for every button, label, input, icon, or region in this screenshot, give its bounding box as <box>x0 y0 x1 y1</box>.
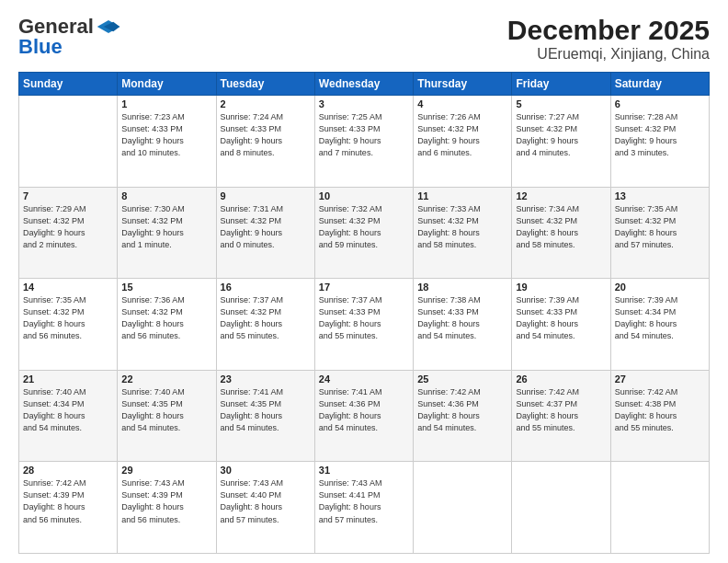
cell-content: Sunset: 4:32 PM <box>23 306 113 318</box>
cell-content: Sunset: 4:36 PM <box>319 398 409 410</box>
cell-content: Sunset: 4:39 PM <box>23 489 113 501</box>
calendar-week-1: 1Sunrise: 7:23 AMSunset: 4:33 PMDaylight… <box>19 96 710 188</box>
cell-content: Sunset: 4:33 PM <box>319 123 409 135</box>
cell-content: Sunset: 4:34 PM <box>23 398 113 410</box>
cell-content: Sunrise: 7:31 AM <box>221 203 311 215</box>
cell-content: and 59 minutes. <box>319 239 409 251</box>
logo: General Blue <box>18 15 121 59</box>
day-number: 3 <box>319 98 409 109</box>
col-friday: Friday <box>512 73 610 96</box>
cell-content: Daylight: 8 hours <box>221 410 311 422</box>
cell-content: and 7 minutes. <box>319 147 409 159</box>
day-number: 12 <box>516 190 606 201</box>
logo-blue: Blue <box>18 35 63 59</box>
calendar-cell: 23Sunrise: 7:41 AMSunset: 4:35 PMDayligh… <box>216 370 314 462</box>
cell-content: Daylight: 8 hours <box>417 410 507 422</box>
cell-content: Sunset: 4:35 PM <box>221 398 311 410</box>
cell-content: Sunset: 4:32 PM <box>23 215 113 227</box>
cell-content: Sunrise: 7:38 AM <box>417 294 507 306</box>
day-number: 25 <box>417 373 507 385</box>
cell-content: and 58 minutes. <box>417 239 507 251</box>
cell-content: Sunset: 4:37 PM <box>516 398 606 410</box>
cell-content: and 54 minutes. <box>516 330 606 342</box>
cell-content: and 57 minutes. <box>319 514 409 526</box>
cell-content: and 56 minutes. <box>23 330 113 342</box>
day-number: 9 <box>221 190 311 201</box>
cell-content: Daylight: 8 hours <box>121 501 211 513</box>
calendar-cell: 6Sunrise: 7:28 AMSunset: 4:32 PMDaylight… <box>610 96 709 188</box>
calendar-cell: 17Sunrise: 7:37 AMSunset: 4:33 PMDayligh… <box>314 279 413 371</box>
cell-content: and 54 minutes. <box>121 422 211 434</box>
day-number: 23 <box>221 373 311 385</box>
cell-content: Daylight: 8 hours <box>319 227 409 239</box>
cell-content: Sunrise: 7:41 AM <box>319 386 409 398</box>
col-sunday: Sunday <box>19 73 118 96</box>
calendar-cell: 15Sunrise: 7:36 AMSunset: 4:32 PMDayligh… <box>118 279 216 371</box>
cell-content: Daylight: 8 hours <box>319 501 409 513</box>
calendar-cell: 2Sunrise: 7:24 AMSunset: 4:33 PMDaylight… <box>216 96 314 188</box>
cell-content: and 4 minutes. <box>516 147 606 159</box>
cell-content: Sunset: 4:32 PM <box>121 215 211 227</box>
cell-content: Sunset: 4:33 PM <box>221 123 311 135</box>
cell-content: Sunset: 4:36 PM <box>417 398 507 410</box>
col-tuesday: Tuesday <box>216 73 314 96</box>
cell-content: Sunrise: 7:37 AM <box>221 294 311 306</box>
day-number: 27 <box>615 373 705 385</box>
cell-content: Sunset: 4:35 PM <box>121 398 211 410</box>
cell-content: and 55 minutes. <box>319 330 409 342</box>
calendar-cell: 3Sunrise: 7:25 AMSunset: 4:33 PMDaylight… <box>314 96 413 188</box>
cell-content: and 1 minute. <box>121 239 211 251</box>
cell-content: Daylight: 9 hours <box>121 227 211 239</box>
cell-content: Sunrise: 7:30 AM <box>121 203 211 215</box>
calendar-cell: 20Sunrise: 7:39 AMSunset: 4:34 PMDayligh… <box>610 279 709 371</box>
calendar-cell: 28Sunrise: 7:42 AMSunset: 4:39 PMDayligh… <box>19 462 118 554</box>
cell-content: Daylight: 9 hours <box>319 135 409 147</box>
calendar-header-row: Sunday Monday Tuesday Wednesday Thursday… <box>19 73 710 96</box>
cell-content: Daylight: 8 hours <box>615 227 705 239</box>
day-number: 30 <box>221 465 311 476</box>
cell-content: and 0 minutes. <box>221 239 311 251</box>
cell-content: Daylight: 8 hours <box>319 410 409 422</box>
calendar-cell: 8Sunrise: 7:30 AMSunset: 4:32 PMDaylight… <box>118 187 216 279</box>
cell-content: Daylight: 8 hours <box>121 318 211 330</box>
cell-content: Sunset: 4:40 PM <box>221 489 311 501</box>
cell-content: and 54 minutes. <box>417 422 507 434</box>
calendar-cell: 26Sunrise: 7:42 AMSunset: 4:37 PMDayligh… <box>512 370 610 462</box>
calendar-cell: 19Sunrise: 7:39 AMSunset: 4:33 PMDayligh… <box>512 279 610 371</box>
cell-content: and 56 minutes. <box>121 514 211 526</box>
logo-icon <box>96 20 121 33</box>
col-thursday: Thursday <box>414 73 512 96</box>
cell-content: Sunset: 4:32 PM <box>221 306 311 318</box>
calendar-cell: 25Sunrise: 7:42 AMSunset: 4:36 PMDayligh… <box>414 370 512 462</box>
calendar-cell: 7Sunrise: 7:29 AMSunset: 4:32 PMDaylight… <box>19 187 118 279</box>
cell-content: Daylight: 8 hours <box>615 318 705 330</box>
cell-content: and 6 minutes. <box>417 147 507 159</box>
cell-content: Sunset: 4:32 PM <box>417 215 507 227</box>
col-wednesday: Wednesday <box>314 73 413 96</box>
cell-content: Sunrise: 7:42 AM <box>23 477 113 489</box>
calendar-week-3: 14Sunrise: 7:35 AMSunset: 4:32 PMDayligh… <box>19 279 710 371</box>
cell-content: Sunset: 4:32 PM <box>615 215 705 227</box>
cell-content: Sunrise: 7:25 AM <box>319 111 409 123</box>
calendar-week-4: 21Sunrise: 7:40 AMSunset: 4:34 PMDayligh… <box>19 370 710 462</box>
cell-content: Daylight: 8 hours <box>516 318 606 330</box>
cell-content: Sunrise: 7:42 AM <box>417 386 507 398</box>
cell-content: Sunrise: 7:39 AM <box>516 294 606 306</box>
page-title: December 2025 <box>507 15 710 46</box>
cell-content: Sunset: 4:33 PM <box>121 123 211 135</box>
cell-content: Sunrise: 7:26 AM <box>417 111 507 123</box>
cell-content: and 54 minutes. <box>615 330 705 342</box>
cell-content: Sunset: 4:32 PM <box>319 215 409 227</box>
cell-content: Sunrise: 7:24 AM <box>221 111 311 123</box>
cell-content: Sunset: 4:39 PM <box>121 489 211 501</box>
cell-content: Sunrise: 7:43 AM <box>319 477 409 489</box>
day-number: 20 <box>615 282 705 293</box>
title-block: December 2025 UEruemqi, Xinjiang, China <box>507 15 710 63</box>
calendar-week-2: 7Sunrise: 7:29 AMSunset: 4:32 PMDaylight… <box>19 187 710 279</box>
cell-content: and 2 minutes. <box>23 239 113 251</box>
calendar-cell <box>610 462 709 554</box>
cell-content: and 10 minutes. <box>121 147 211 159</box>
cell-content: Daylight: 8 hours <box>615 410 705 422</box>
day-number: 17 <box>319 282 409 293</box>
cell-content: Sunrise: 7:32 AM <box>319 203 409 215</box>
